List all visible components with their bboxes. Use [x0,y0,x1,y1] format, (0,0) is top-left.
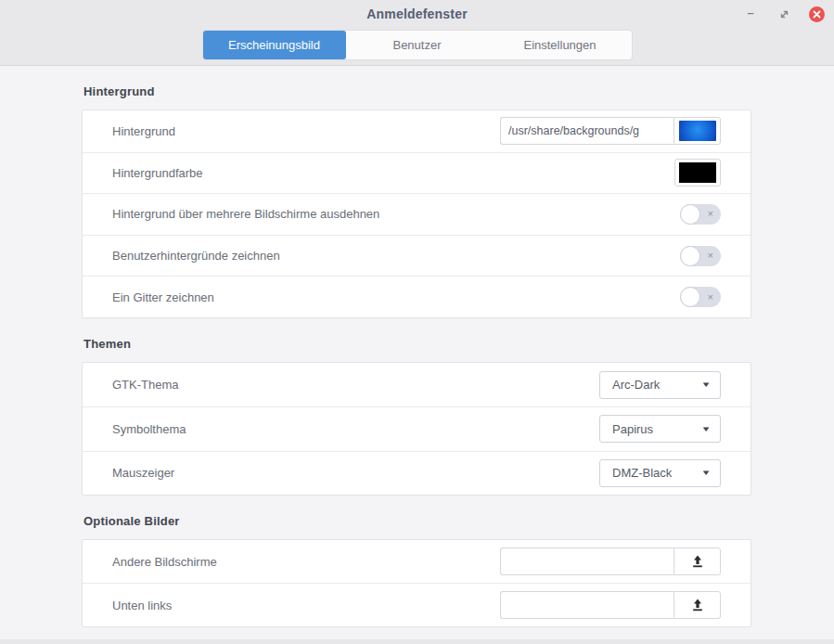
toggle-knob [680,287,700,307]
bottom-left-upload-button[interactable] [674,591,721,619]
row-andere-bildschirme: Andere Bildschirme [83,540,751,584]
upload-icon [690,554,705,569]
restore-icon [779,9,789,19]
background-image-thumbnail [679,121,716,141]
row-gtk-thema: GTK-Thema Arc-Dark ▼ [83,363,751,406]
restore-button[interactable] [776,6,792,22]
row-label: Mauszeiger [112,466,174,480]
tab-benutzer[interactable]: Benutzer [346,31,489,59]
upload-icon [690,598,705,612]
row-hintergrundfarbe: Hintergrundfarbe [83,152,751,194]
toggle-knob [680,204,700,225]
user-backgrounds-toggle[interactable]: × [680,246,721,266]
minimize-button[interactable]: – [742,6,759,22]
window-header: Anmeldefenster – Erscheinungsbild Benut [0,0,834,66]
gtk-theme-dropdown[interactable]: Arc-Dark ▼ [599,371,721,399]
chevron-down-icon: ▼ [700,425,711,433]
row-mauszeiger: Mauszeiger DMZ-Black ▼ [83,451,751,495]
row-label: Andere Bildschirme [112,555,217,569]
toggle-off-icon: × [708,251,721,261]
row-label: Hintergrund [112,124,175,138]
background-path-control [500,117,721,145]
icon-theme-dropdown[interactable]: Papirus ▼ [599,415,721,443]
tab-erscheinungsbild[interactable]: Erscheinungsbild [203,31,346,59]
chevron-down-icon: ▼ [700,380,711,389]
row-symbolthema: Symbolthema Papirus ▼ [83,406,751,450]
card-hintergrund: Hintergrund Hintergrundfarbe Hintergrund… [82,109,751,318]
other-monitors-image-control [500,547,721,575]
row-label: Hintergrund über mehrere Bildschirme aus… [112,207,379,221]
dropdown-value: Arc-Dark [612,378,660,392]
background-color-button[interactable] [674,159,721,187]
dropdown-value: Papirus [612,422,653,436]
toggle-knob [680,246,700,266]
card-optionale-bilder: Andere Bildschirme Unten links [82,539,751,627]
row-label: Benutzerhintergründe zeichnen [112,249,280,263]
close-icon [813,10,821,19]
tab-einstellungen[interactable]: Einstellungen [489,31,632,59]
background-image-preview-button[interactable] [674,117,721,145]
bottom-left-image-input[interactable] [500,591,674,619]
card-themen: GTK-Thema Arc-Dark ▼ Symbolthema Papirus… [82,362,751,496]
row-label: Ein Gitter zeichnen [112,290,214,304]
grid-toggle[interactable]: × [680,287,721,307]
toggle-off-icon: × [708,292,721,303]
row-label: Symbolthema [112,422,186,436]
window-controls: – [742,0,825,28]
section-title-hintergrund: Hintergrund [83,84,752,98]
row-label: Unten links [112,599,172,612]
section-title-optionale-bilder: Optionale Bilder [83,514,752,528]
tab-strip: Erscheinungsbild Benutzer Einstellungen [203,31,632,59]
row-stretch-monitors: Hintergrund über mehrere Bildschirme aus… [83,193,751,235]
color-swatch [679,162,716,183]
stretch-monitors-toggle[interactable]: × [680,204,721,225]
row-unten-links: Unten links [83,583,751,626]
row-user-backgrounds: Benutzerhintergründe zeichnen × [83,235,751,277]
anmeldefenster-window: Anmeldefenster – Erscheinungsbild Benut [0,0,834,644]
dropdown-value: DMZ-Black [612,466,672,480]
chevron-down-icon: ▼ [700,469,711,477]
cursor-theme-dropdown[interactable]: DMZ-Black ▼ [599,459,721,487]
other-monitors-image-input[interactable] [500,547,674,575]
row-grid: Ein Gitter zeichnen × [83,276,751,317]
other-monitors-upload-button[interactable] [674,547,721,575]
titlebar: Anmeldefenster – [0,0,834,28]
section-title-themen: Themen [83,337,752,351]
row-label: GTK-Thema [112,378,179,392]
tab-bar: Erscheinungsbild Benutzer Einstellungen [0,28,834,65]
row-label: Hintergrundfarbe [112,166,203,180]
window-bottom-edge [0,639,834,644]
window-title: Anmeldefenster [0,6,834,21]
background-path-input[interactable] [500,117,674,145]
row-hintergrund-path: Hintergrund [83,110,751,152]
close-button[interactable] [809,6,825,22]
toggle-off-icon: × [708,209,721,219]
bottom-left-image-control [500,591,721,619]
